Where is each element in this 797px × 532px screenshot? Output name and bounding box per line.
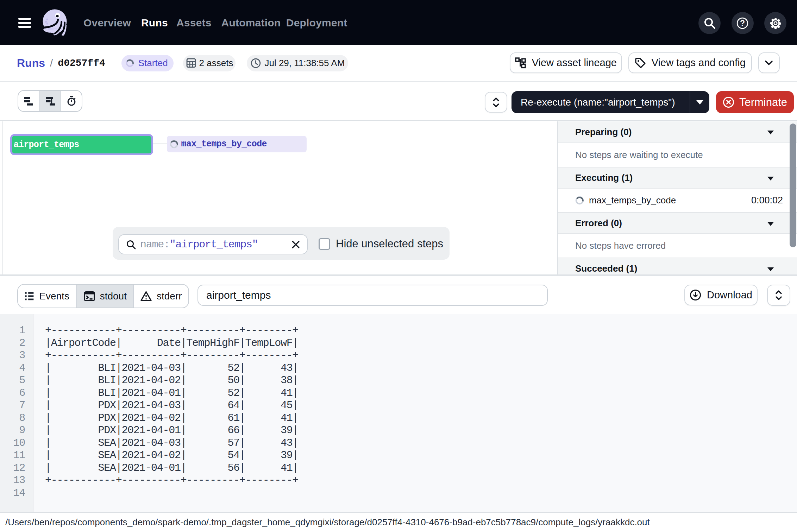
svg-text:?: ? [740, 18, 745, 27]
